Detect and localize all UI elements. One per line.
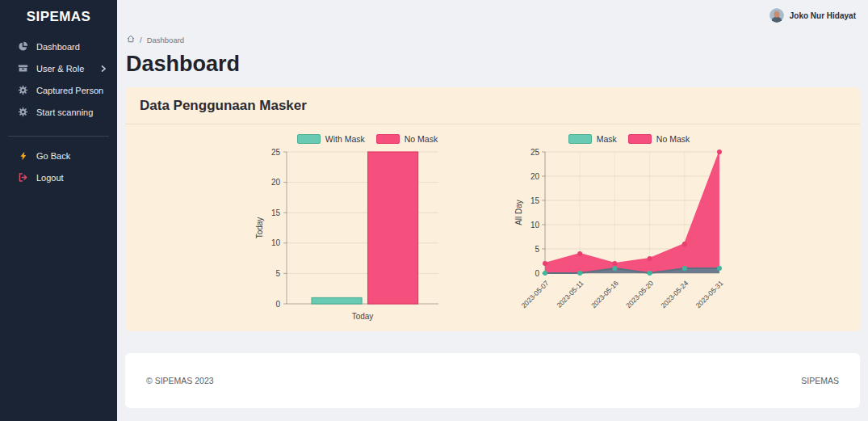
- bar-chart: 0510152025TodayToday: [253, 145, 455, 325]
- main-content: Joko Nur Hidayat / Dashboard Dashboard D…: [117, 0, 868, 421]
- home-icon[interactable]: [127, 35, 135, 44]
- sidebar-item-logout[interactable]: Logout: [0, 166, 117, 188]
- svg-text:25: 25: [271, 148, 281, 157]
- bar-chart-block: With MaskNo Mask 0510152025TodayToday: [253, 133, 455, 325]
- sidebar-item-label: Dashboard: [36, 42, 80, 52]
- svg-text:2023-05-07: 2023-05-07: [520, 279, 551, 309]
- archive-icon: [18, 63, 28, 74]
- sidebar-item-dashboard[interactable]: Dashboard: [0, 36, 117, 57]
- sidebar-secondary-nav: Go Back Logout: [0, 145, 117, 188]
- sidebar-item-start-scanning[interactable]: Start scanning: [0, 101, 117, 123]
- legend-item[interactable]: No Mask: [376, 134, 438, 144]
- legend-label: Mask: [597, 134, 617, 144]
- card-body: With MaskNo Mask 0510152025TodayToday Ma…: [125, 124, 860, 331]
- user-name[interactable]: Joko Nur Hidayat: [790, 11, 856, 20]
- sidebar-item-user-role[interactable]: User & Role: [0, 57, 117, 79]
- card-title: Data Penggunaan Masker: [125, 87, 860, 124]
- svg-text:2023-05-16: 2023-05-16: [589, 279, 620, 309]
- svg-text:5: 5: [275, 269, 280, 278]
- svg-text:10: 10: [271, 238, 281, 247]
- legend-label: No Mask: [405, 134, 438, 144]
- svg-text:5: 5: [535, 245, 539, 254]
- bolt-icon: [18, 150, 28, 161]
- breadcrumb-item-dashboard[interactable]: Dashboard: [147, 36, 184, 44]
- sidebar-item-captured-person[interactable]: Captured Person: [0, 79, 117, 101]
- sidebar-item-label: User & Role: [36, 64, 84, 74]
- sidebar-item-label: Start scanning: [36, 107, 93, 117]
- sidebar-divider: [8, 136, 109, 137]
- svg-text:10: 10: [530, 221, 540, 229]
- sidebar-nav: Dashboard User & Role Captured Person St…: [0, 36, 117, 123]
- mask-data-card: Data Penggunaan Masker With MaskNo Mask …: [125, 87, 860, 331]
- sidebar-item-go-back[interactable]: Go Back: [0, 145, 117, 166]
- chevron-right-icon: [99, 65, 107, 73]
- brand-logo[interactable]: SIPEMAS: [0, 0, 117, 36]
- legend-swatch: [568, 134, 592, 144]
- svg-text:Today: Today: [352, 312, 374, 321]
- legend-label: With Mask: [325, 134, 365, 144]
- svg-text:2023-05-31: 2023-05-31: [694, 279, 725, 309]
- svg-text:15: 15: [271, 208, 281, 217]
- legend-item[interactable]: Mask: [568, 134, 617, 144]
- footer-brand: SIPEMAS: [801, 376, 839, 385]
- svg-text:All Day: All Day: [514, 200, 523, 225]
- svg-text:0: 0: [535, 269, 539, 278]
- svg-text:0: 0: [275, 300, 280, 309]
- breadcrumb-separator: /: [140, 36, 142, 44]
- topbar: Joko Nur Hidayat: [125, 0, 860, 31]
- legend-item[interactable]: No Mask: [628, 134, 690, 144]
- sidebar-item-label: Go Back: [36, 151, 70, 161]
- legend-swatch: [376, 134, 400, 144]
- page-title: Dashboard: [125, 52, 860, 77]
- user-avatar[interactable]: [769, 8, 784, 23]
- svg-text:20: 20: [530, 172, 540, 181]
- footer: © SIPEMAS 2023 SIPEMAS: [125, 353, 860, 408]
- svg-text:2023-05-24: 2023-05-24: [659, 279, 690, 309]
- area-chart-block: MaskNo Mask 05101520252023-05-072023-05-…: [513, 133, 732, 325]
- chart-pie-icon: [18, 41, 28, 52]
- svg-text:2023-05-11: 2023-05-11: [555, 279, 585, 309]
- svg-text:2023-05-20: 2023-05-20: [624, 279, 655, 309]
- area-chart: 05101520252023-05-072023-05-112023-05-16…: [513, 145, 732, 325]
- footer-copyright: © SIPEMAS 2023: [146, 376, 214, 385]
- legend-swatch: [297, 134, 321, 144]
- breadcrumb: / Dashboard: [125, 35, 860, 44]
- svg-text:25: 25: [530, 148, 540, 157]
- sidebar: SIPEMAS Dashboard User & Role Captured P…: [0, 0, 117, 421]
- logout-icon: [18, 172, 28, 183]
- legend-label: No Mask: [656, 134, 690, 144]
- svg-text:15: 15: [530, 196, 540, 205]
- gear-icon: [18, 85, 28, 95]
- sidebar-item-label: Logout: [36, 173, 64, 183]
- svg-text:Today: Today: [255, 217, 264, 239]
- bar-chart-legend: With MaskNo Mask: [297, 133, 438, 145]
- sidebar-item-label: Captured Person: [36, 86, 103, 95]
- svg-text:20: 20: [271, 178, 281, 187]
- gear-icon: [18, 107, 28, 117]
- legend-swatch: [628, 134, 652, 144]
- legend-item[interactable]: With Mask: [297, 134, 365, 144]
- area-chart-legend: MaskNo Mask: [568, 133, 690, 145]
